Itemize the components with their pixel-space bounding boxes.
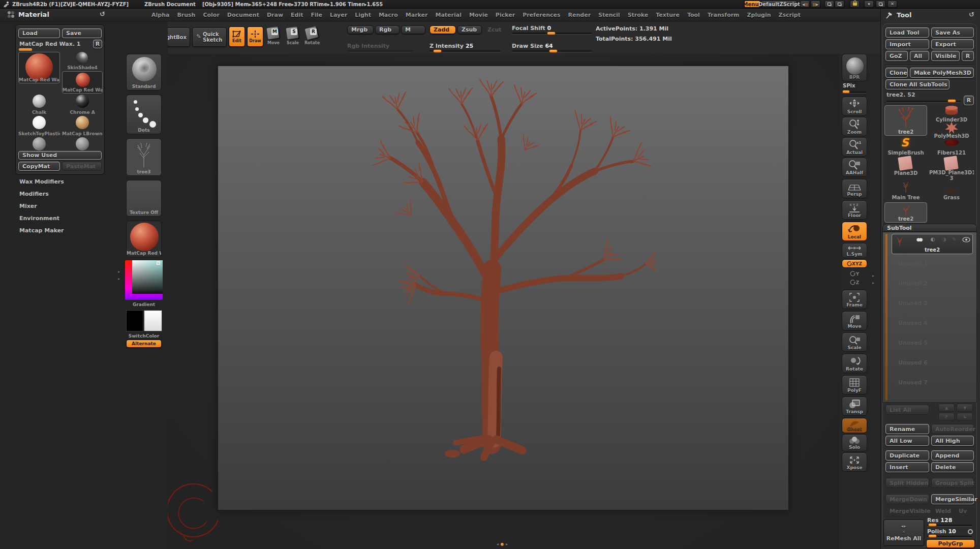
restore-button[interactable] xyxy=(876,1,885,8)
persp-button[interactable]: Persp xyxy=(842,179,867,198)
menu-brush[interactable]: Brush xyxy=(177,12,195,18)
transp-button[interactable]: Transp xyxy=(842,396,867,416)
tool-thumb-selected-small[interactable]: tree2 xyxy=(884,202,927,223)
tray-divider-handle[interactable]: ▸ xyxy=(118,269,120,274)
m-button[interactable]: M xyxy=(401,25,425,34)
focal-shift-knob[interactable] xyxy=(547,32,556,35)
menu-light[interactable]: Light xyxy=(355,12,371,18)
menu-preferences[interactable]: Preferences xyxy=(523,12,560,18)
brush-selector[interactable]: Standard xyxy=(126,54,162,90)
subtool-polypaint-icon[interactable]: ●● xyxy=(916,237,922,242)
subtool-item-unused[interactable]: Unused 2 xyxy=(898,280,928,287)
duplicate-button[interactable]: Duplicate xyxy=(885,450,929,461)
copymat-button[interactable]: CopyMat xyxy=(18,162,60,171)
solo-button[interactable]: Solo xyxy=(842,434,867,451)
section-modifiers[interactable]: Modifiers xyxy=(19,191,49,197)
menu-picker[interactable]: Picker xyxy=(496,12,515,18)
floor-button[interactable]: X Y Z Floor xyxy=(842,200,867,220)
local-button[interactable]: Local xyxy=(842,222,867,241)
tool-name-r-button[interactable]: R xyxy=(964,96,974,105)
material-thumb-selected-large[interactable]: MatCap Red Wa xyxy=(18,52,60,83)
mrgb-button[interactable]: Mrgb xyxy=(347,25,374,34)
material-selector[interactable]: MatCap Red Wa xyxy=(126,221,162,257)
edit-button[interactable]: Edit xyxy=(229,26,245,47)
lock-icon[interactable] xyxy=(850,1,860,8)
rename-button[interactable]: Rename xyxy=(885,424,929,434)
material-thumb[interactable]: Chalk xyxy=(18,95,60,115)
material-thumb-selected[interactable]: MatCap Red Wa xyxy=(62,71,103,94)
polish-knob[interactable] xyxy=(928,534,937,538)
subtool-item-unused[interactable]: Unused 5 xyxy=(898,340,928,346)
color-picker[interactable] xyxy=(125,260,163,300)
rgb-intensity-slider[interactable] xyxy=(347,50,413,52)
zoom-button[interactable]: Zoom xyxy=(842,117,867,136)
scroll-button[interactable]: Scroll xyxy=(842,97,867,116)
polish-toggle[interactable] xyxy=(968,529,973,534)
menu-marker[interactable]: Marker xyxy=(406,12,428,18)
res-knob[interactable] xyxy=(928,523,937,527)
make-polymesh3d-button[interactable]: Make PolyMesh3D xyxy=(910,68,974,78)
frame-button[interactable]: Frame xyxy=(842,290,867,309)
subtool-item-unused[interactable]: Unused 1 xyxy=(898,260,928,267)
goz-visible-button[interactable]: Visible xyxy=(931,51,960,61)
alpha-selector[interactable]: tree3 xyxy=(126,138,162,176)
remesh-all-button[interactable]: ◂▸ ✕ ReMesh All xyxy=(883,520,924,546)
menu-zscript[interactable]: Zscript xyxy=(779,12,801,18)
z-intensity-knob[interactable] xyxy=(433,49,442,53)
tool-thumb[interactable]: Fibers121 xyxy=(929,138,974,155)
texture-selector[interactable]: Texture Off xyxy=(126,180,162,217)
picker-handle[interactable] xyxy=(157,261,160,265)
tool-r-button[interactable]: R xyxy=(962,51,974,61)
current-tool-name[interactable]: tree2. 52 xyxy=(886,92,915,98)
menu-tool[interactable]: Tool xyxy=(687,12,700,18)
mergesimilar-button[interactable]: MergeSimilar xyxy=(931,494,974,504)
scale-button[interactable]: S Scale xyxy=(285,26,301,48)
section-matcap-maker[interactable]: Matcap Maker xyxy=(19,227,64,234)
tool-refresh-icon[interactable]: ↺ xyxy=(969,11,974,18)
draw-size-knob[interactable] xyxy=(549,49,558,53)
subtool-item-unused[interactable]: Unused 6 xyxy=(898,359,928,366)
section-wax-modifiers[interactable]: Wax Modifiers xyxy=(19,178,64,185)
canvas-bottom-handle[interactable]: ◂ ▸ xyxy=(491,541,513,547)
tool-thumb[interactable]: S SimpleBrush xyxy=(884,138,927,155)
secondary-color-swatch[interactable] xyxy=(144,310,162,331)
material-thumb[interactable]: Chrome A xyxy=(62,95,103,115)
import-button[interactable]: Import xyxy=(885,39,929,49)
show-used-button[interactable]: Show Used xyxy=(18,151,102,160)
goz-all-button[interactable]: All xyxy=(910,51,929,61)
tool-thumb-selected-large[interactable]: tree2 xyxy=(884,105,927,136)
subtool-header[interactable]: SubTool xyxy=(882,224,977,232)
menu-texture[interactable]: Texture xyxy=(656,12,680,18)
menu-render[interactable]: Render xyxy=(568,12,591,18)
tray-divider-handle2[interactable]: ▸ xyxy=(118,277,120,281)
subtool-item-unused[interactable]: Unused 7 xyxy=(898,379,928,386)
rot-z-button[interactable]: Z xyxy=(845,279,864,286)
tool-thumb[interactable]: PolyMesh3D xyxy=(929,123,974,138)
subtool-item-unused[interactable]: Unused 4 xyxy=(898,320,928,326)
alternate-button[interactable]: Alternate xyxy=(126,340,162,348)
load-tool-button[interactable]: Load Tool xyxy=(885,27,929,38)
menu-material[interactable]: Material xyxy=(435,12,461,18)
material-current-name[interactable]: MatCap Red Wax. 1 xyxy=(19,41,80,47)
quick-sketch-button[interactable]: ✎ Quick Sketch xyxy=(192,27,227,47)
all-low-button[interactable]: All Low xyxy=(885,436,929,446)
bpr-button[interactable]: BPR xyxy=(842,54,867,81)
goz-button[interactable]: GoZ xyxy=(885,51,908,61)
rgb-button[interactable]: Rgb xyxy=(375,25,400,34)
dock-left-icon[interactable]: ◀||| xyxy=(800,1,810,8)
switchcolor-label[interactable]: SwitchColor xyxy=(126,333,162,339)
tool-thumb[interactable]: Grass xyxy=(929,181,974,199)
xyz-button[interactable]: XYZ xyxy=(842,259,867,268)
stack-left-icon[interactable] xyxy=(824,1,834,8)
saturation-square[interactable] xyxy=(132,260,163,294)
minimize-button[interactable]: ▾ xyxy=(864,1,874,8)
menu-color[interactable]: Color xyxy=(203,12,219,18)
panel-divider-handle2[interactable]: ▸ xyxy=(872,281,874,285)
section-mixer[interactable]: Mixer xyxy=(19,203,37,209)
menu-alpha[interactable]: Alpha xyxy=(151,12,169,18)
clone-button[interactable]: Clone xyxy=(885,68,908,78)
move-button[interactable]: M Move xyxy=(265,26,282,48)
actual-button[interactable]: x1 Actual xyxy=(842,137,867,157)
save-as-button[interactable]: Save As xyxy=(931,27,974,38)
append-button[interactable]: Append xyxy=(931,450,974,461)
